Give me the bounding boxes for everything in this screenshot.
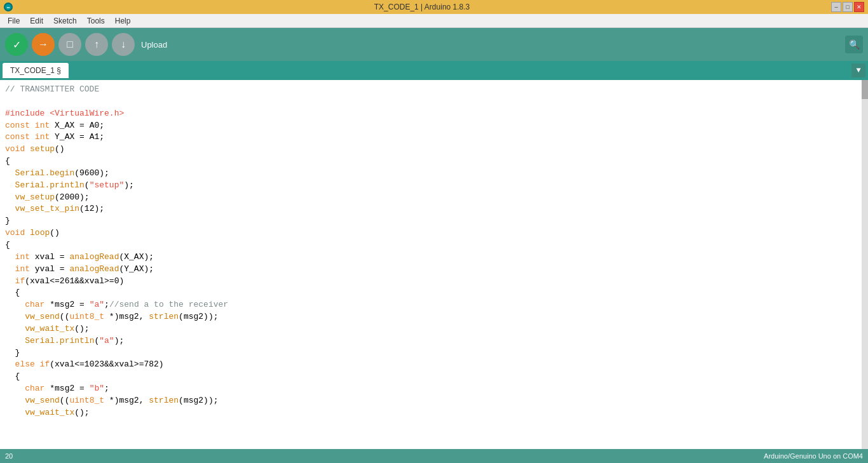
menu-tools[interactable]: Tools	[82, 15, 110, 27]
code-line-19: vw_send((uint8_t *)msg2, strlen(msg2));	[5, 312, 219, 321]
code-preprocessor: #include <VirtualWire.h>	[5, 109, 124, 118]
code-line-6: {	[5, 156, 10, 166]
code-line-18: char *msg2 = "a";//send a to the receive…	[5, 300, 228, 309]
code-line-9: vw_setup(2000);	[5, 192, 90, 202]
close-button[interactable]: ✕	[854, 2, 864, 12]
code-line-27: vw_wait_tx();	[5, 408, 90, 417]
code-line-3: const int X_AX = A0;	[5, 121, 104, 130]
code-comment-1: // TRANSMITTER CODE	[5, 84, 99, 94]
maximize-button[interactable]: □	[843, 2, 853, 12]
new-button[interactable]: □	[58, 33, 81, 56]
scrollbar-vertical[interactable]	[862, 80, 868, 449]
code-line-8: Serial.println("setup");	[5, 180, 134, 190]
upload-label: Upload	[141, 40, 167, 50]
tab-label: TX_CODE_1 §	[10, 66, 61, 75]
code-line-23: else if(xval<=1023&&xval>=782)	[5, 359, 164, 369]
code-line-4: const int Y_AX = A1;	[5, 132, 104, 142]
menu-edit[interactable]: Edit	[25, 15, 48, 27]
status-bar: 20 Arduino/Genuino Uno on COM4	[0, 449, 868, 463]
code-line-21: Serial.println("a");	[5, 336, 124, 346]
code-line-5: void setup()	[5, 144, 65, 154]
code-line-22: }	[5, 348, 20, 358]
code-editor[interactable]: // TRANSMITTER CODE #include <VirtualWir…	[0, 80, 868, 449]
code-line-17: {	[5, 288, 20, 297]
minimize-button[interactable]: –	[831, 2, 841, 12]
code-line-25: char *msg2 = "b";	[5, 384, 109, 393]
board-info: Arduino/Genuino Uno on COM4	[764, 452, 863, 460]
code-line-26: vw_send((uint8_t *)msg2, strlen(msg2));	[5, 396, 219, 405]
tab-dropdown-button[interactable]: ▼	[851, 64, 865, 77]
search-button[interactable]: 🔍	[845, 36, 863, 53]
code-line-12: void loop()	[5, 228, 60, 238]
upload-button[interactable]: →	[32, 33, 55, 56]
code-line-13: {	[5, 240, 10, 250]
app-icon: ∞	[4, 3, 13, 11]
menu-bar: File Edit Sketch Tools Help	[0, 14, 868, 28]
code-line-14: int xval = analogRead(X_AX);	[5, 252, 154, 262]
menu-sketch[interactable]: Sketch	[48, 15, 82, 27]
menu-help[interactable]: Help	[110, 15, 136, 27]
code-content[interactable]: // TRANSMITTER CODE #include <VirtualWir…	[0, 80, 868, 449]
code-line-7: Serial.begin(9600);	[5, 168, 109, 178]
line-number: 20	[5, 452, 13, 460]
active-tab[interactable]: TX_CODE_1 §	[3, 63, 69, 78]
code-line-15: int yval = analogRead(Y_AX);	[5, 264, 154, 274]
save-button[interactable]: ↓	[112, 33, 135, 56]
code-line-10: vw_set_tx_pin(12);	[5, 204, 104, 213]
tab-bar: TX_CODE_1 § ▼	[0, 61, 868, 80]
open-button[interactable]: ↑	[85, 33, 108, 56]
code-line-20: vw_wait_tx();	[5, 324, 90, 333]
verify-button[interactable]: ✓	[5, 33, 28, 56]
menu-file[interactable]: File	[3, 15, 25, 27]
toolbar: ✓ → □ ↑ ↓ Upload 🔍	[0, 28, 868, 61]
code-line-16: if(xval<=261&&xval>=0)	[5, 276, 124, 286]
title-bar: ∞ TX_CODE_1 | Arduino 1.8.3 – □ ✕	[0, 0, 868, 14]
chevron-down-icon: ▼	[856, 66, 860, 75]
window-controls: – □ ✕	[831, 2, 864, 12]
title-bar-left: ∞	[4, 3, 13, 11]
window-title: TX_CODE_1 | Arduino 1.8.3	[13, 3, 831, 11]
code-line-24: {	[5, 372, 20, 381]
scrollbar-thumb[interactable]	[862, 80, 868, 99]
code-line-11: }	[5, 216, 10, 225]
